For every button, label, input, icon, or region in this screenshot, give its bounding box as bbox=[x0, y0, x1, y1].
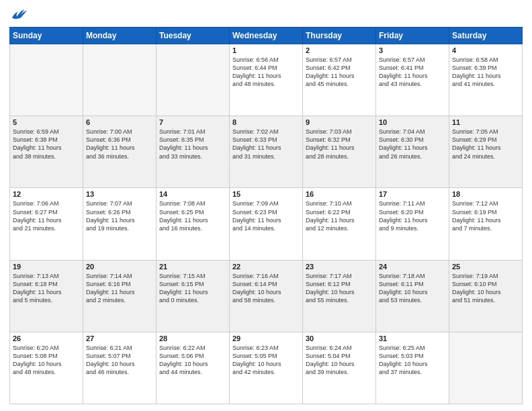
day-info: Sunrise: 6:21 AMSunset: 5:07 PMDaylight:… bbox=[86, 344, 153, 377]
calendar-day-header: Friday bbox=[376, 28, 449, 44]
calendar-day-cell: 27Sunrise: 6:21 AMSunset: 5:07 PMDayligh… bbox=[83, 332, 157, 404]
day-number: 10 bbox=[379, 118, 446, 126]
day-info: Sunrise: 7:08 AMSunset: 6:25 PMDaylight:… bbox=[159, 199, 226, 232]
day-info: Sunrise: 7:16 AMSunset: 6:14 PMDaylight:… bbox=[232, 272, 300, 305]
day-number: 30 bbox=[306, 334, 373, 342]
day-info: Sunrise: 7:05 AMSunset: 6:29 PMDaylight:… bbox=[452, 128, 519, 161]
logo bbox=[9, 7, 31, 21]
calendar-header-row: SundayMondayTuesdayWednesdayThursdayFrid… bbox=[10, 28, 523, 44]
calendar-day-cell: 19Sunrise: 7:13 AMSunset: 6:18 PMDayligh… bbox=[10, 260, 83, 332]
day-info: Sunrise: 7:01 AMSunset: 6:35 PMDaylight:… bbox=[159, 128, 226, 161]
day-number: 8 bbox=[232, 118, 300, 126]
calendar-week-row: 26Sunrise: 6:20 AMSunset: 5:08 PMDayligh… bbox=[10, 332, 523, 404]
day-number: 7 bbox=[159, 118, 226, 126]
day-number: 18 bbox=[452, 190, 519, 198]
day-info: Sunrise: 7:02 AMSunset: 6:33 PMDaylight:… bbox=[232, 128, 300, 161]
day-number: 16 bbox=[306, 190, 373, 198]
calendar-day-cell: 9Sunrise: 7:03 AMSunset: 6:32 PMDaylight… bbox=[303, 116, 376, 188]
calendar-day-cell: 17Sunrise: 7:11 AMSunset: 6:20 PMDayligh… bbox=[376, 188, 449, 260]
day-number: 28 bbox=[159, 334, 226, 342]
day-number: 2 bbox=[306, 46, 373, 54]
calendar-day-header: Tuesday bbox=[157, 28, 230, 44]
logo-bird-icon bbox=[9, 7, 28, 21]
day-number: 26 bbox=[13, 334, 80, 342]
calendar-day-cell: 1Sunrise: 6:56 AMSunset: 6:44 PMDaylight… bbox=[230, 44, 303, 116]
day-info: Sunrise: 7:06 AMSunset: 6:27 PMDaylight:… bbox=[13, 199, 80, 232]
day-number: 6 bbox=[86, 118, 153, 126]
calendar-day-cell: 6Sunrise: 7:00 AMSunset: 6:36 PMDaylight… bbox=[83, 116, 157, 188]
calendar-table: SundayMondayTuesdayWednesdayThursdayFrid… bbox=[9, 27, 523, 404]
day-info: Sunrise: 7:03 AMSunset: 6:32 PMDaylight:… bbox=[306, 128, 373, 161]
day-number: 31 bbox=[379, 334, 446, 342]
day-info: Sunrise: 7:14 AMSunset: 6:16 PMDaylight:… bbox=[86, 272, 153, 305]
calendar-day-header: Saturday bbox=[449, 28, 523, 44]
day-info: Sunrise: 7:10 AMSunset: 6:22 PMDaylight:… bbox=[306, 199, 373, 232]
day-number: 11 bbox=[452, 118, 519, 126]
day-info: Sunrise: 7:09 AMSunset: 6:23 PMDaylight:… bbox=[232, 199, 300, 232]
calendar-day-cell: 22Sunrise: 7:16 AMSunset: 6:14 PMDayligh… bbox=[230, 260, 303, 332]
day-info: Sunrise: 7:04 AMSunset: 6:30 PMDaylight:… bbox=[379, 128, 446, 161]
day-number: 23 bbox=[306, 263, 373, 271]
day-number: 20 bbox=[86, 263, 153, 271]
calendar-day-cell bbox=[83, 44, 157, 116]
day-info: Sunrise: 7:00 AMSunset: 6:36 PMDaylight:… bbox=[86, 128, 153, 161]
calendar-day-cell: 8Sunrise: 7:02 AMSunset: 6:33 PMDaylight… bbox=[230, 116, 303, 188]
day-info: Sunrise: 7:17 AMSunset: 6:12 PMDaylight:… bbox=[306, 272, 373, 305]
calendar-day-cell: 30Sunrise: 6:24 AMSunset: 5:04 PMDayligh… bbox=[303, 332, 376, 404]
calendar-day-header: Wednesday bbox=[230, 28, 303, 44]
day-number: 17 bbox=[379, 190, 446, 198]
calendar-day-cell: 21Sunrise: 7:15 AMSunset: 6:15 PMDayligh… bbox=[157, 260, 230, 332]
day-info: Sunrise: 6:59 AMSunset: 6:38 PMDaylight:… bbox=[13, 128, 80, 161]
calendar-day-cell: 25Sunrise: 7:19 AMSunset: 6:10 PMDayligh… bbox=[449, 260, 523, 332]
calendar-day-cell: 24Sunrise: 7:18 AMSunset: 6:11 PMDayligh… bbox=[376, 260, 449, 332]
calendar-day-cell: 5Sunrise: 6:59 AMSunset: 6:38 PMDaylight… bbox=[10, 116, 83, 188]
calendar-day-cell: 2Sunrise: 6:57 AMSunset: 6:42 PMDaylight… bbox=[303, 44, 376, 116]
day-info: Sunrise: 7:07 AMSunset: 6:26 PMDaylight:… bbox=[86, 199, 153, 232]
day-info: Sunrise: 6:24 AMSunset: 5:04 PMDaylight:… bbox=[306, 344, 373, 377]
calendar-day-cell: 31Sunrise: 6:25 AMSunset: 5:03 PMDayligh… bbox=[376, 332, 449, 404]
calendar-day-cell: 14Sunrise: 7:08 AMSunset: 6:25 PMDayligh… bbox=[157, 188, 230, 260]
calendar-day-cell: 18Sunrise: 7:12 AMSunset: 6:19 PMDayligh… bbox=[449, 188, 523, 260]
day-number: 9 bbox=[306, 118, 373, 126]
day-number: 25 bbox=[452, 263, 519, 271]
calendar-day-cell: 13Sunrise: 7:07 AMSunset: 6:26 PMDayligh… bbox=[83, 188, 157, 260]
calendar-day-cell: 7Sunrise: 7:01 AMSunset: 6:35 PMDaylight… bbox=[157, 116, 230, 188]
day-info: Sunrise: 6:22 AMSunset: 5:06 PMDaylight:… bbox=[159, 344, 226, 377]
day-info: Sunrise: 6:56 AMSunset: 6:44 PMDaylight:… bbox=[232, 56, 300, 89]
calendar-day-cell: 16Sunrise: 7:10 AMSunset: 6:22 PMDayligh… bbox=[303, 188, 376, 260]
day-info: Sunrise: 6:20 AMSunset: 5:08 PMDaylight:… bbox=[13, 344, 80, 377]
header bbox=[9, 7, 523, 21]
calendar-day-cell bbox=[449, 332, 523, 404]
calendar-day-header: Sunday bbox=[10, 28, 83, 44]
calendar-day-cell bbox=[157, 44, 230, 116]
day-number: 12 bbox=[13, 190, 80, 198]
day-info: Sunrise: 7:11 AMSunset: 6:20 PMDaylight:… bbox=[379, 199, 446, 232]
day-number: 3 bbox=[379, 46, 446, 54]
calendar-day-cell: 11Sunrise: 7:05 AMSunset: 6:29 PMDayligh… bbox=[449, 116, 523, 188]
calendar-week-row: 12Sunrise: 7:06 AMSunset: 6:27 PMDayligh… bbox=[10, 188, 523, 260]
calendar-day-cell: 3Sunrise: 6:57 AMSunset: 6:41 PMDaylight… bbox=[376, 44, 449, 116]
calendar-week-row: 5Sunrise: 6:59 AMSunset: 6:38 PMDaylight… bbox=[10, 116, 523, 188]
day-number: 1 bbox=[232, 46, 300, 54]
day-info: Sunrise: 6:23 AMSunset: 5:05 PMDaylight:… bbox=[232, 344, 300, 377]
calendar-day-cell: 4Sunrise: 6:58 AMSunset: 6:39 PMDaylight… bbox=[449, 44, 523, 116]
day-number: 14 bbox=[159, 190, 226, 198]
day-number: 27 bbox=[86, 334, 153, 342]
calendar-day-header: Thursday bbox=[303, 28, 376, 44]
day-number: 5 bbox=[13, 118, 80, 126]
day-number: 24 bbox=[379, 263, 446, 271]
calendar-day-cell: 10Sunrise: 7:04 AMSunset: 6:30 PMDayligh… bbox=[376, 116, 449, 188]
calendar-day-cell: 12Sunrise: 7:06 AMSunset: 6:27 PMDayligh… bbox=[10, 188, 83, 260]
day-number: 29 bbox=[232, 334, 300, 342]
day-number: 19 bbox=[13, 263, 80, 271]
calendar-week-row: 19Sunrise: 7:13 AMSunset: 6:18 PMDayligh… bbox=[10, 260, 523, 332]
day-info: Sunrise: 6:25 AMSunset: 5:03 PMDaylight:… bbox=[379, 344, 446, 377]
calendar-day-cell bbox=[10, 44, 83, 116]
calendar-day-cell: 26Sunrise: 6:20 AMSunset: 5:08 PMDayligh… bbox=[10, 332, 83, 404]
day-info: Sunrise: 7:19 AMSunset: 6:10 PMDaylight:… bbox=[452, 272, 519, 305]
calendar-day-header: Monday bbox=[83, 28, 157, 44]
calendar-day-cell: 20Sunrise: 7:14 AMSunset: 6:16 PMDayligh… bbox=[83, 260, 157, 332]
calendar-day-cell: 23Sunrise: 7:17 AMSunset: 6:12 PMDayligh… bbox=[303, 260, 376, 332]
calendar-day-cell: 15Sunrise: 7:09 AMSunset: 6:23 PMDayligh… bbox=[230, 188, 303, 260]
day-info: Sunrise: 7:18 AMSunset: 6:11 PMDaylight:… bbox=[379, 272, 446, 305]
